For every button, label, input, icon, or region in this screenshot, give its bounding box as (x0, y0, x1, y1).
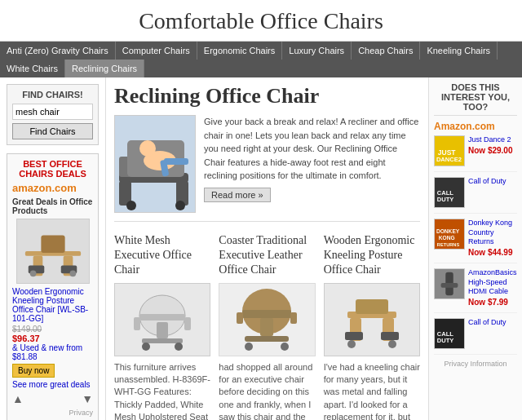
product-image-0 (114, 283, 210, 356)
svg-text:DANCE2: DANCE2 (436, 156, 462, 163)
deals-price-new: $96.37 (12, 334, 93, 343)
deals-title: BEST OFFICE CHAIRS DEALS (12, 159, 93, 179)
ad-info-1: Call of Duty (468, 177, 507, 187)
svg-text:DUTY: DUTY (437, 196, 454, 203)
ad-info-3: AmazonBasics High-Speed HDMI Cable Now $… (468, 268, 517, 307)
ad-item-3: AmazonBasics High-Speed HDMI Cable Now $… (434, 268, 517, 313)
ad-item-0: JUST DANCE2 Just Dance 2 Now $29.00 (434, 135, 517, 172)
interest-title: DOES THIS INTEREST YOU, TOO? (434, 82, 517, 116)
up-arrow-icon[interactable]: ▲ (12, 392, 24, 405)
main-layout: FIND CHAIRS! Find Chairs BEST OFFICE CHA… (0, 77, 522, 420)
ad-price-3: Now $7.99 (468, 297, 517, 307)
down-arrow-icon[interactable]: ▼ (82, 392, 93, 405)
svg-point-23 (142, 343, 150, 351)
product-card-2: Wooden Ergonomic Kneeling Posture Office… (324, 233, 420, 420)
svg-rect-55 (441, 283, 458, 288)
svg-rect-30 (245, 336, 289, 342)
ad-image-2: DONKEY KONG RETURNS (434, 219, 465, 250)
svg-point-42 (388, 340, 396, 348)
ad-name-2[interactable]: Donkey Kong Country Returns (468, 219, 517, 247)
ad-price-2: Now $44.99 (468, 247, 517, 258)
svg-rect-28 (242, 310, 291, 318)
svg-text:DUTY: DUTY (437, 337, 454, 344)
product-title-2: Wooden Ergonomic Kneeling Posture Office… (324, 233, 420, 278)
product-card-1: Coaster Traditional Executive Leather Of… (219, 233, 315, 420)
product-title-1: Coaster Traditional Executive Leather Of… (219, 233, 315, 278)
deals-subtitle: Great Deals in Office Products (12, 197, 93, 215)
search-input[interactable] (12, 104, 93, 120)
ad-image-3 (434, 268, 465, 299)
svg-text:DONKEY: DONKEY (436, 228, 460, 234)
svg-rect-15 (164, 158, 188, 165)
svg-rect-40 (381, 332, 399, 340)
amazon-logo: amazon.com (12, 182, 93, 194)
svg-rect-20 (139, 314, 185, 321)
svg-rect-26 (184, 317, 191, 330)
site-title: Comfortable Office Chairs (0, 0, 522, 42)
ad-name-1[interactable]: Call of Duty (468, 177, 507, 187)
nav-item-7[interactable]: Reclining Chairs (65, 60, 144, 77)
ad-name-0[interactable]: Just Dance 2 (468, 135, 512, 145)
product-desc-2: I've had a kneeling chair for many years… (324, 361, 420, 420)
svg-rect-36 (356, 299, 388, 314)
deals-product-name[interactable]: Wooden Ergonomic Kneeling Posture Office… (12, 287, 93, 323)
featured-read-more-button[interactable]: Read more » (204, 188, 271, 202)
left-sidebar: FIND CHAIRS! Find Chairs BEST OFFICE CHA… (0, 77, 106, 420)
nav-item-2[interactable]: Ergonomic Chairs (197, 42, 282, 60)
ad-image-0: JUST DANCE2 (434, 135, 465, 166)
ad-price-0: Now $29.00 (468, 145, 512, 156)
svg-point-18 (175, 201, 185, 210)
deals-price-used: & Used & new from $81.88 (12, 343, 93, 361)
svg-rect-39 (345, 332, 363, 340)
product-grid: White Mesh Executive Office Chair T (114, 233, 420, 420)
svg-rect-1 (41, 236, 64, 253)
product-desc-0: This furniture arrives unassembled. H-83… (114, 361, 210, 420)
svg-rect-29 (260, 318, 273, 336)
product-image-1 (219, 283, 315, 356)
ad-name-3[interactable]: AmazonBasics High-Speed HDMI Cable (468, 268, 517, 297)
nav-item-6[interactable]: White Chairs (0, 60, 65, 77)
more-deals-link[interactable]: See more great deals (12, 380, 93, 389)
ad-image-4: CALL DUTY (434, 318, 465, 349)
deals-product-image (16, 219, 90, 284)
nav-item-3[interactable]: Luxury Chairs (282, 42, 352, 60)
ad-info-2: Donkey Kong Country Returns Now $44.99 (468, 219, 517, 258)
main-content: Reclining Office Chair (106, 77, 428, 420)
svg-point-41 (347, 340, 356, 348)
ad-info-4: Call of Duty (468, 318, 507, 328)
nav-item-0[interactable]: Anti (Zero) Gravity Chairs (0, 42, 116, 60)
nav-bar: Anti (Zero) Gravity Chairs Computer Chai… (0, 42, 522, 77)
amazon-logo-right: Amazon.com (434, 121, 517, 132)
right-sidebar: DOES THIS INTEREST YOU, TOO? Amazon.com … (428, 77, 522, 420)
ad-name-4[interactable]: Call of Duty (468, 318, 507, 328)
nav-item-5[interactable]: Kneeling Chairs (420, 42, 498, 60)
featured-image (114, 115, 196, 213)
ad-item-4: CALL DUTY Call of Duty (434, 318, 517, 355)
ad-image-1: CALL DUTY (434, 177, 465, 208)
deals-box: BEST OFFICE CHAIRS DEALS amazon.com Grea… (7, 153, 99, 420)
svg-text:JUST: JUST (438, 148, 457, 157)
product-desc-1: had shopped all around for an executive … (219, 361, 315, 420)
featured-description: Give your back a break and relax! A recl… (204, 115, 420, 213)
ad-item-1: CALL DUTY Call of Duty (434, 177, 517, 214)
svg-point-14 (139, 140, 156, 157)
deals-nav-arrows: ▲ ▼ (12, 392, 93, 405)
buy-now-button[interactable]: Buy now (12, 364, 55, 378)
svg-point-24 (175, 343, 183, 351)
find-chairs-box: FIND CHAIRS! Find Chairs (7, 84, 99, 145)
ad-info-0: Just Dance 2 Now $29.00 (468, 135, 512, 156)
svg-rect-25 (134, 317, 140, 330)
svg-point-31 (245, 343, 253, 351)
nav-item-1[interactable]: Computer Chairs (116, 42, 197, 60)
deals-privacy: Privacy (12, 409, 93, 417)
svg-rect-33 (237, 312, 243, 324)
nav-item-4[interactable]: Cheap Chairs (352, 42, 420, 60)
svg-rect-21 (157, 322, 168, 338)
page-title: Reclining Office Chair (114, 84, 420, 108)
svg-point-7 (69, 270, 76, 276)
find-chairs-button[interactable]: Find Chairs (12, 123, 93, 139)
svg-point-17 (126, 201, 136, 210)
featured-section: Give your back a break and relax! A recl… (114, 115, 420, 222)
svg-point-6 (29, 270, 36, 276)
deals-price-old: $149.00 (12, 325, 93, 334)
